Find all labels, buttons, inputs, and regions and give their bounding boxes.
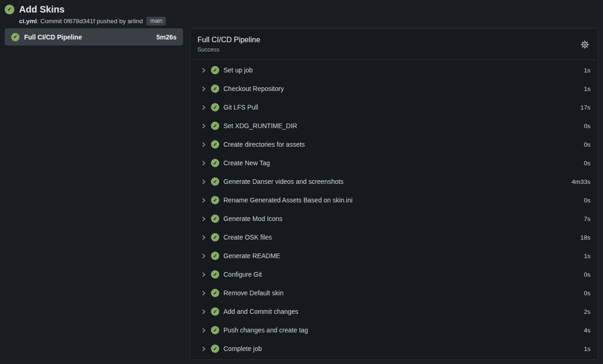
step-duration: 1s [584, 67, 590, 74]
step-label: Complete job [223, 345, 262, 352]
success-check-circle-icon [211, 84, 219, 93]
success-check-circle-icon [211, 344, 219, 353]
success-check-circle-icon [211, 140, 219, 149]
step-label: Generate Danser videos and screenshots [223, 178, 343, 185]
chevron-right-icon[interactable] [201, 346, 207, 352]
step-row[interactable]: Remove Default skin 0s [190, 284, 598, 302]
step-row[interactable]: Checkout Repository 1s [190, 79, 598, 98]
success-check-circle-icon [211, 289, 219, 297]
step-row[interactable]: Configure Git 0s [190, 265, 598, 284]
step-label: Rename Generated Assets Based on skin.in… [223, 196, 353, 204]
step-row[interactable]: Generate Danser videos and screenshots 4… [190, 172, 598, 191]
step-label: Generate README [223, 252, 280, 260]
success-check-circle-icon [211, 103, 219, 111]
step-duration: 4m33s [571, 178, 590, 185]
branch-badge[interactable]: main [146, 17, 166, 26]
workflow-file-name: ci.yml [19, 18, 37, 25]
step-row[interactable]: Set up job 1s [190, 61, 598, 79]
step-row[interactable]: Git LFS Pull 17s [190, 98, 598, 117]
step-duration: 0s [584, 141, 590, 148]
step-duration: 2s [584, 308, 590, 315]
success-check-circle-icon [211, 307, 219, 316]
step-duration: 4s [584, 327, 590, 334]
chevron-right-icon[interactable] [201, 67, 207, 73]
job-duration: 5m26s [156, 33, 177, 41]
step-duration: 0s [584, 197, 590, 204]
chevron-right-icon[interactable] [201, 86, 207, 92]
chevron-right-icon[interactable] [201, 123, 207, 129]
success-check-circle-icon [211, 270, 219, 279]
step-row[interactable]: Complete job 1s [190, 339, 598, 358]
step-row[interactable]: Generate Mod Icons 7s [190, 209, 598, 228]
run-content: Full CI/CD Pipeline 5m26s Full CI/CD Pip… [0, 26, 603, 360]
jobs-sidebar: Full CI/CD Pipeline 5m26s [5, 28, 183, 46]
success-check-circle-icon [5, 5, 14, 14]
success-check-circle-icon [211, 326, 219, 334]
chevron-right-icon[interactable] [201, 290, 207, 296]
chevron-right-icon[interactable] [201, 179, 207, 185]
step-duration: 17s [580, 104, 590, 111]
chevron-right-icon[interactable] [201, 142, 207, 148]
step-label: Create directories for assets [223, 141, 305, 148]
commit-summary: ci.yml: Commit 0f678d341f pushed by arli… [19, 18, 143, 25]
step-duration: 18s [580, 234, 590, 241]
chevron-right-icon[interactable] [201, 309, 207, 315]
success-check-circle-icon [211, 233, 219, 241]
chevron-right-icon[interactable] [201, 216, 207, 222]
step-row[interactable]: Set XDG_RUNTIME_DIR 0s [190, 117, 598, 135]
job-detail-panel: Full CI/CD Pipeline Success [190, 28, 598, 360]
success-check-circle-icon [211, 252, 219, 260]
step-label: Set up job [223, 66, 253, 74]
step-label: Push changes and create tag [223, 326, 308, 334]
step-label: Create OSK files [223, 234, 272, 241]
commit-text: : Commit 0f678d341f pushed by arlind [37, 18, 143, 25]
success-check-circle-icon [11, 33, 20, 41]
step-duration: 1s [584, 345, 590, 352]
step-duration: 0s [584, 271, 590, 278]
step-row[interactable]: Create OSK files 18s [190, 228, 598, 247]
chevron-right-icon[interactable] [201, 234, 207, 240]
step-label: Add and Commit changes [223, 308, 298, 315]
success-check-circle-icon [211, 66, 219, 74]
chevron-right-icon[interactable] [201, 160, 207, 166]
step-duration: 0s [584, 123, 590, 130]
step-label: Git LFS Pull [223, 104, 258, 111]
step-duration: 0s [584, 160, 590, 167]
success-check-circle-icon [211, 159, 219, 167]
job-detail-title: Full CI/CD Pipeline [197, 35, 590, 45]
step-duration: 1s [584, 85, 590, 92]
step-duration: 1s [584, 253, 590, 260]
run-title: Add Skins [19, 3, 65, 15]
step-label: Set XDG_RUNTIME_DIR [223, 122, 297, 130]
job-status-text: Success [197, 46, 590, 54]
step-row[interactable]: Generate README 1s [190, 247, 598, 265]
step-label: Generate Mod Icons [223, 215, 282, 222]
success-check-circle-icon [211, 214, 219, 223]
step-label: Create New Tag [223, 159, 270, 167]
success-check-circle-icon [211, 196, 219, 204]
step-row[interactable]: Add and Commit changes 2s [190, 302, 598, 321]
chevron-right-icon[interactable] [201, 253, 207, 259]
step-label: Configure Git [223, 271, 262, 278]
step-row[interactable]: Create directories for assets 0s [190, 135, 598, 154]
run-header: Add Skins ci.yml: Commit 0f678d341f push… [0, 0, 603, 26]
step-duration: 7s [584, 215, 590, 222]
job-detail-header: Full CI/CD Pipeline Success [190, 29, 598, 60]
step-row[interactable]: Rename Generated Assets Based on skin.in… [190, 191, 598, 209]
step-label: Remove Default skin [223, 289, 283, 297]
job-name: Full CI/CD Pipeline [24, 33, 82, 41]
run-subtitle: ci.yml: Commit 0f678d341f pushed by arli… [19, 17, 598, 26]
success-check-circle-icon [211, 177, 219, 186]
gear-icon[interactable] [579, 39, 590, 50]
step-label: Checkout Repository [223, 85, 284, 92]
steps-list: Set up job 1s Checkout Repository 1s Git… [190, 60, 598, 359]
chevron-right-icon[interactable] [201, 197, 207, 203]
step-row[interactable]: Push changes and create tag 4s [190, 321, 598, 339]
chevron-right-icon[interactable] [201, 272, 207, 278]
step-duration: 0s [584, 290, 590, 297]
sidebar-job-item[interactable]: Full CI/CD Pipeline 5m26s [5, 28, 183, 46]
chevron-right-icon[interactable] [201, 104, 207, 110]
chevron-right-icon[interactable] [201, 327, 207, 333]
success-check-circle-icon [211, 122, 219, 130]
step-row[interactable]: Create New Tag 0s [190, 154, 598, 172]
